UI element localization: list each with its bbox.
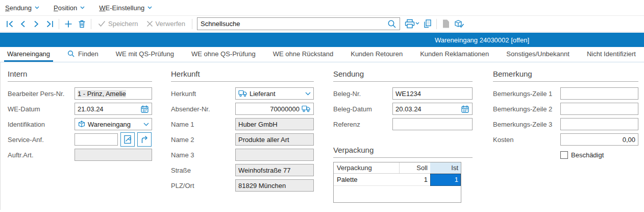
calendar-icon[interactable]: [140, 105, 149, 113]
tab-label: WE ohne Rückstand: [273, 50, 334, 58]
document-button-disabled[interactable]: [439, 17, 453, 31]
service-anf-input[interactable]: [75, 133, 118, 146]
arrow-turn-right-icon: [140, 135, 149, 144]
bemerkung-zeile2-input[interactable]: [560, 103, 638, 115]
beleg-nr-value: WE1234: [395, 90, 421, 98]
name2-input: Produkte aller Art: [235, 133, 314, 146]
nav-prev-button[interactable]: [16, 17, 30, 31]
delete-button[interactable]: [75, 17, 88, 31]
copy-button[interactable]: [420, 17, 434, 31]
bearbeiter-input[interactable]: 1 - Prinz, Amelie: [75, 87, 152, 100]
section-title-verpackung: Verpackung: [333, 146, 473, 158]
tab-kunden-retouren[interactable]: Kunden Retouren: [348, 47, 406, 62]
tab-label: WE mit QS-Prüfung: [116, 50, 174, 58]
toolbar: Speichern Verwerfen Schnellsuche: [0, 16, 644, 32]
menu-position[interactable]: Position: [54, 4, 85, 12]
plz-ort-input: 81829 München: [235, 179, 314, 192]
bemerkung-zeile3-input[interactable]: [560, 118, 638, 130]
copy-icon: [423, 19, 432, 29]
tab-finden[interactable]: Finden: [64, 47, 102, 62]
cell-soll[interactable]: 1: [399, 176, 430, 183]
post-goods-receipt-button[interactable]: [453, 17, 466, 31]
chevron-down-icon: [35, 6, 39, 9]
strasse-value: Weinhofstraße 77: [238, 167, 290, 174]
quick-search-value: Schnellsuche: [197, 20, 387, 28]
referenz-input[interactable]: [392, 118, 473, 130]
search-icon[interactable]: [387, 19, 400, 29]
beschaedigt-checkbox[interactable]: [560, 151, 568, 159]
verpackung-table[interactable]: Verpackung Soll Ist Palette 1 1: [333, 162, 461, 203]
beleg-nr-input[interactable]: WE1234: [392, 87, 473, 100]
bemerkung-zeile1-label: Bemerkungs-Zeile 1: [493, 90, 560, 98]
kosten-input[interactable]: 0,00: [560, 133, 638, 146]
section-herkunft: Herkunft Herkunft Lieferant Absender-Nr.…: [171, 69, 314, 193]
calendar-icon[interactable]: [461, 105, 469, 113]
section-title: Intern: [8, 69, 152, 82]
tab-nicht-identifiziert[interactable]: Nicht Identifiziert: [584, 47, 639, 62]
strasse-input: Weinhofstraße 77: [235, 164, 314, 176]
beleg-datum-input[interactable]: 20.03.24: [392, 103, 473, 115]
quick-search-input[interactable]: Schnellsuche: [197, 17, 400, 30]
forward-button[interactable]: [137, 132, 152, 147]
cell-ist-selected[interactable]: 1: [430, 174, 461, 186]
beleg-datum-label: Beleg-Datum: [333, 105, 392, 113]
name2-value: Produkte aller Art: [238, 136, 289, 144]
absender-nr-value: 70000000: [270, 105, 300, 113]
tab-sonstiges-unbekannt[interactable]: Sonstiges/Unbekannt: [503, 47, 573, 62]
menu-sendung-label: Sendung: [5, 4, 32, 12]
toolbar-separator: [192, 19, 192, 29]
menu-sendung[interactable]: Sendung: [5, 4, 39, 12]
tab-we-mit-qs-pruefung[interactable]: WE mit QS-Prüfung: [113, 47, 177, 62]
tab-we-ohne-qs-pruefung[interactable]: WE ohne QS-Prüfung: [188, 47, 259, 62]
truck-icon[interactable]: [302, 105, 311, 112]
printer-icon: [404, 19, 419, 29]
menu-we-einstellung[interactable]: WE-Einstellung: [99, 4, 152, 12]
tab-bar: Wareneingang Finden WE mit QS-Prüfung WE…: [0, 47, 644, 62]
print-button[interactable]: [403, 17, 420, 31]
tab-we-ohne-rueckstand[interactable]: WE ohne Rückstand: [270, 47, 337, 62]
discard-button[interactable]: Verwerfen: [142, 20, 190, 28]
truck-icon: [238, 90, 247, 97]
package-in-icon: [78, 120, 86, 128]
col-header-soll[interactable]: Soll: [399, 162, 430, 173]
beleg-nr-label: Beleg-Nr.: [333, 90, 392, 98]
kosten-label: Kosten: [493, 136, 560, 144]
service-request-button[interactable]: [120, 132, 135, 147]
absender-nr-input[interactable]: 70000000: [235, 103, 314, 115]
nav-first-icon: [6, 20, 14, 28]
identifikation-select[interactable]: Wareneingang: [75, 118, 152, 130]
nav-next-icon: [33, 20, 40, 28]
herkunft-select[interactable]: Lieferant: [235, 87, 314, 100]
name3-label: Name 3: [171, 151, 235, 159]
nav-next-button[interactable]: [30, 17, 43, 31]
add-button[interactable]: [62, 17, 75, 31]
bemerkung-zeile3-label: Bemerkungs-Zeile 3: [493, 121, 560, 128]
x-icon: [146, 20, 153, 27]
tab-wareneingang[interactable]: Wareneingang: [4, 47, 53, 62]
identifikation-value: Wareneingang: [88, 121, 131, 128]
tab-label: Wareneingang: [7, 50, 50, 58]
name2-label: Name 2: [171, 136, 235, 144]
menu-position-label: Position: [54, 4, 77, 12]
form-content: Intern Bearbeiter Pers-Nr. 1 - Prinz, Am…: [0, 62, 644, 210]
save-button[interactable]: Speichern: [94, 20, 142, 28]
nav-first-button[interactable]: [3, 17, 16, 31]
we-datum-input[interactable]: 21.03.24: [75, 103, 152, 115]
record-title: Wareneingang 24030002 [offen]: [435, 36, 529, 44]
name3-input: [235, 149, 314, 161]
service-document-icon: [123, 135, 132, 144]
section-title: Herkunft: [171, 69, 314, 82]
nav-prev-icon: [19, 20, 27, 28]
identifikation-label: Identifikation: [8, 121, 75, 128]
tab-kunden-reklamationen[interactable]: Kunden Reklamationen: [417, 47, 492, 62]
section-title: Bemerkung: [493, 69, 638, 82]
nav-last-icon: [45, 20, 54, 28]
col-header-verpackung[interactable]: Verpackung: [334, 164, 399, 172]
bemerkung-zeile1-input[interactable]: [560, 87, 638, 100]
table-row[interactable]: Palette 1 1: [334, 174, 461, 186]
absender-nr-label: Absender-Nr.: [171, 105, 235, 113]
auftr-art-input: [75, 149, 152, 161]
col-header-ist[interactable]: Ist: [430, 162, 461, 173]
nav-last-button[interactable]: [43, 17, 56, 31]
cell-verpackung[interactable]: Palette: [334, 176, 399, 183]
